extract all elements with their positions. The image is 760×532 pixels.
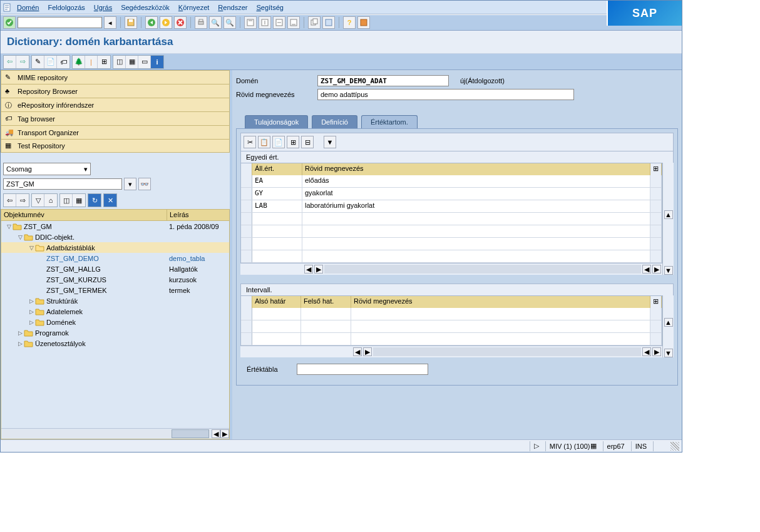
grid1-hscroll-left[interactable]: ◀ [304, 265, 313, 274]
tree-back-button[interactable]: ⇦ [4, 194, 16, 207]
grid2-cell-upper[interactable] [301, 308, 351, 320]
row-selector[interactable] [241, 225, 252, 237]
row-selector[interactable] [241, 333, 252, 345]
grid1-vscroll-down[interactable]: ▼ [664, 266, 673, 275]
save-button[interactable] [125, 16, 137, 29]
grid2-vscroll-down[interactable]: ▼ [664, 349, 673, 357]
grid1-row[interactable]: EAelőadás [241, 175, 662, 188]
tree-tb-a[interactable]: ◫ [60, 194, 73, 207]
tree-col-name[interactable]: Objektumnév [1, 210, 167, 220]
print-button[interactable] [195, 16, 207, 29]
grid1-col-short[interactable]: Rövid megnevezés [302, 163, 650, 175]
tb-cube-button[interactable]: ▦ [126, 56, 138, 68]
row-selector[interactable] [241, 213, 252, 225]
menu-feldolgozas[interactable]: Feldolgozás [48, 4, 85, 11]
insert-row-button[interactable]: ⊞ [287, 136, 299, 148]
grid2-cell-upper[interactable] [301, 333, 351, 345]
grid2-cell-lower[interactable] [252, 320, 301, 332]
tree-up-button[interactable]: ▽ [32, 194, 44, 207]
tree-row[interactable]: ▷Struktúrák [1, 295, 229, 306]
prev-page-button[interactable] [259, 16, 271, 29]
grid1-configure-icon[interactable]: ⊞ [650, 163, 662, 175]
grid1-row[interactable] [241, 225, 662, 238]
tree-col-desc[interactable]: Leírás [167, 210, 229, 220]
tree-row[interactable]: ▷Domének [1, 317, 229, 327]
where-used-button[interactable]: | [85, 56, 98, 68]
status-nav-icon[interactable]: ▷ [530, 441, 543, 451]
session-icon[interactable] [3, 3, 12, 12]
back-button[interactable] [145, 16, 158, 29]
grid1-cell-fixval[interactable] [252, 225, 302, 237]
menu-rendszer[interactable]: Rendszer [218, 4, 247, 11]
grid1-cell-fixval[interactable] [252, 250, 302, 262]
menu-segedeszkozok[interactable]: Segédeszközök [121, 4, 170, 11]
help-button[interactable]: ? [343, 16, 356, 29]
package-input[interactable] [3, 178, 122, 190]
next-page-button[interactable] [273, 16, 285, 29]
other-object-button[interactable]: 📄 [44, 56, 57, 68]
paste-button[interactable]: 📄 [272, 136, 285, 148]
find-next-button[interactable]: 🔍 [223, 16, 236, 29]
expand-icon[interactable]: ▽ [5, 223, 13, 230]
expand-icon[interactable]: ▷ [28, 309, 35, 315]
tree-close-button[interactable]: ✕ [104, 194, 116, 207]
row-selector[interactable] [241, 238, 252, 250]
package-dropdown-button[interactable]: ▾ [124, 178, 136, 190]
grid2-col-upper[interactable]: Felső hat. [301, 296, 351, 308]
delete-row-button[interactable]: ⊟ [301, 136, 314, 148]
grid2-hscroll-right[interactable]: ▶ [363, 347, 372, 356]
tab-tulajdonsagok[interactable]: Tulajdonságok [245, 115, 308, 128]
display-button[interactable]: 👓 [138, 178, 151, 190]
expand-icon[interactable]: ▷ [28, 298, 35, 304]
expand-icon[interactable]: ▽ [28, 245, 35, 251]
expand-icon[interactable]: ▷ [16, 330, 24, 336]
grid2-hscroll-track[interactable] [373, 347, 641, 356]
grid2-cell-upper[interactable] [301, 320, 351, 332]
tree-row[interactable]: ZST_GM_TERMEKtermek [1, 285, 229, 295]
grid2-cell-short[interactable] [351, 333, 650, 345]
object-type-select[interactable]: Csomag▾ [3, 163, 91, 175]
grid1-cell-fixval[interactable]: EA [252, 175, 302, 187]
grid1-row[interactable]: GYgyakorlat [241, 188, 662, 200]
new-session-button[interactable] [308, 16, 321, 29]
grid1-row[interactable]: LABlaboratóriumi gyakorlat [241, 200, 662, 213]
grid1-hscroll-left2[interactable]: ◀ [642, 265, 651, 274]
tree-row[interactable]: ▷Programok [1, 327, 229, 338]
nav-forward-button[interactable]: ⇨ [16, 56, 29, 68]
grid2-hscroll-left2[interactable]: ◀ [642, 347, 651, 356]
row-selector[interactable] [241, 308, 252, 320]
grid1-hscroll-track[interactable] [324, 265, 641, 274]
grid2-col-lower[interactable]: Alsó határ [252, 296, 301, 308]
tree-row[interactable]: ▽ZST_GM1. péda 2008/09 [1, 221, 229, 232]
row-selector[interactable] [241, 200, 252, 212]
nav-item-0[interactable]: ✎MIME repository [1, 70, 230, 84]
menu-domen[interactable]: Domén [17, 4, 39, 11]
display-change-button[interactable]: ✎ [32, 56, 44, 68]
tree-refresh-button[interactable]: ↻ [88, 194, 101, 207]
tb-rect-button[interactable]: ▭ [138, 56, 151, 68]
grid2-col-short[interactable]: Rövid megnevezés [351, 296, 650, 308]
nav-item-2[interactable]: ⓘeRepository infórendszer [1, 98, 230, 111]
grid1-cell-fixval[interactable] [252, 238, 302, 250]
grid1-cell-fixval[interactable]: GY [252, 188, 302, 200]
grid1-cell-short[interactable] [302, 238, 650, 250]
command-field[interactable] [18, 17, 102, 28]
grid1-col-fixval[interactable]: Áll.ért. [252, 163, 302, 175]
cut-button[interactable]: ✂ [244, 136, 256, 148]
resize-grip[interactable] [670, 442, 679, 451]
grid2-vscroll-up[interactable]: ▲ [664, 318, 673, 327]
exit-button[interactable] [160, 16, 172, 29]
customize-button[interactable] [357, 16, 370, 29]
grid1-cell-short[interactable] [302, 213, 650, 225]
grid2-cell-short[interactable] [351, 308, 650, 320]
domain-field[interactable] [317, 75, 449, 86]
cmd-dropdown-icon[interactable]: ◂ [104, 16, 116, 29]
first-page-button[interactable] [244, 16, 257, 29]
nav-back-button[interactable]: ⇦ [4, 56, 16, 68]
tree-home-button[interactable]: ⌂ [44, 194, 57, 207]
tree-body[interactable]: ▽ZST_GM1. péda 2008/09▽DDIC-objekt.▽Adat… [1, 221, 230, 439]
expand-icon[interactable]: ▷ [28, 319, 35, 325]
grid2-rowsel-header[interactable] [241, 296, 252, 308]
grid1-rowsel-header[interactable] [241, 163, 252, 175]
grid2-cell-short[interactable] [351, 320, 650, 332]
